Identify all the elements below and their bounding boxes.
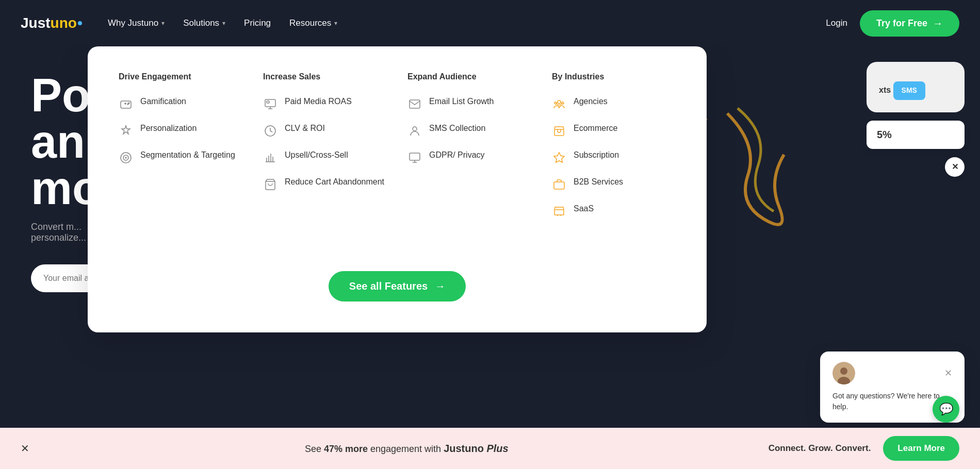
- logo-dot: [78, 21, 82, 25]
- arrow-icon: →: [933, 18, 943, 29]
- see-all-features-button[interactable]: See all Features →: [329, 271, 466, 301]
- svg-point-15: [562, 102, 564, 104]
- email-list-icon: [407, 97, 422, 111]
- saas-icon: [552, 204, 566, 219]
- dropdown-item-segmentation[interactable]: Segmentation & Targeting: [119, 149, 242, 165]
- solutions-dropdown: Drive Engagement Gamification Personaliz…: [88, 46, 707, 332]
- right-popup-card: xts SMS: [867, 62, 965, 112]
- bottom-tagline: Connect. Grow. Convert.: [769, 443, 871, 454]
- login-button[interactable]: Login: [826, 18, 847, 28]
- close-popup-button[interactable]: ✕: [945, 157, 965, 177]
- svg-rect-7: [267, 101, 269, 103]
- logo-uno: uno: [51, 15, 77, 31]
- segmentation-icon: [119, 150, 133, 165]
- svg-rect-0: [121, 101, 131, 108]
- arrow-icon: →: [435, 280, 445, 292]
- dropdown-item-paid-media[interactable]: Paid Media ROAS: [263, 96, 387, 111]
- try-free-nav-button[interactable]: Try for Free →: [860, 10, 959, 37]
- chat-close-button[interactable]: ✕: [944, 367, 952, 379]
- svg-point-14: [554, 102, 557, 104]
- dropdown-item-agencies[interactable]: Agencies: [552, 96, 676, 111]
- chevron-down-icon: ▾: [334, 20, 337, 27]
- svg-rect-10: [410, 100, 420, 108]
- dropdown-item-reduce-cart[interactable]: Reduce Cart Abandonment: [263, 176, 387, 192]
- navbar: Justuno Why Justuno ▾ Solutions ▾ Pricin…: [0, 0, 980, 46]
- see-all-features-row: See all Features →: [119, 250, 676, 301]
- close-bottom-button[interactable]: ✕: [21, 442, 29, 455]
- reduce-cart-label: Reduce Cart Abandonment: [285, 176, 384, 188]
- dropdown-item-subscription[interactable]: Subscription: [552, 149, 676, 165]
- right-popup: xts SMS 5% ✕: [867, 62, 965, 177]
- svg-marker-17: [554, 153, 564, 162]
- nav-items: Why Justuno ▾ Solutions ▾ Pricing Resour…: [108, 18, 826, 28]
- chevron-down-icon: ▾: [161, 20, 165, 27]
- svg-rect-19: [554, 210, 564, 215]
- b2b-icon: [552, 177, 566, 192]
- sms-badge: SMS: [893, 81, 925, 100]
- gdpr-icon: [407, 150, 422, 165]
- personalization-label: Personalization: [140, 123, 197, 134]
- segmentation-label: Segmentation & Targeting: [140, 149, 235, 161]
- ecommerce-icon: [552, 124, 566, 138]
- col-heading-expand-audience: Expand Audience: [407, 72, 531, 81]
- discount-badge: 5%: [867, 121, 965, 149]
- dropdown-item-sms[interactable]: SMS Collection: [407, 123, 531, 138]
- logo-just: Just: [21, 15, 51, 31]
- svg-point-1: [127, 104, 128, 105]
- svg-point-13: [558, 100, 561, 104]
- dropdown-item-b2b[interactable]: B2B Services: [552, 176, 676, 192]
- ecommerce-label: Ecommerce: [574, 123, 617, 134]
- dropdown-col-increase-sales: Increase Sales Paid Media ROAS CLV & ROI…: [263, 72, 387, 230]
- svg-point-2: [128, 103, 129, 104]
- dropdown-item-upsell[interactable]: Upsell/Cross-Sell: [263, 149, 387, 165]
- col-heading-increase-sales: Increase Sales: [263, 72, 387, 81]
- sms-collection-label: SMS Collection: [429, 123, 485, 134]
- clv-roi-icon: [263, 124, 277, 138]
- bottom-bar-text: See 47% more engagement with Justuno Plu…: [45, 443, 769, 455]
- svg-rect-18: [554, 182, 564, 189]
- bottom-bar: ✕ See 47% more engagement with Justuno P…: [0, 428, 980, 469]
- dropdown-item-email-list[interactable]: Email List Growth: [407, 96, 531, 111]
- dropdown-col-expand-audience: Expand Audience Email List Growth SMS Co…: [407, 72, 531, 230]
- nav-item-resources[interactable]: Resources ▾: [289, 18, 337, 28]
- nav-item-solutions[interactable]: Solutions ▾: [183, 18, 225, 28]
- upsell-icon: [263, 150, 277, 165]
- clv-roi-label: CLV & ROI: [285, 123, 325, 134]
- sms-collection-icon: [407, 124, 422, 138]
- chat-avatar: [832, 362, 855, 384]
- bottom-highlight: 47% more: [324, 444, 368, 454]
- agencies-label: Agencies: [574, 96, 608, 107]
- svg-point-11: [413, 127, 417, 131]
- dropdown-item-personalization[interactable]: Personalization: [119, 123, 242, 138]
- dropdown-grid: Drive Engagement Gamification Personaliz…: [119, 72, 676, 230]
- logo[interactable]: Justuno: [21, 15, 82, 31]
- avatar-image: [832, 362, 855, 384]
- svg-point-23: [840, 367, 847, 375]
- nav-item-why-justuno[interactable]: Why Justuno ▾: [108, 18, 165, 28]
- b2b-label: B2B Services: [574, 176, 623, 188]
- bottom-right: Connect. Grow. Convert. Learn More: [769, 436, 959, 461]
- col-heading-by-industries: By Industries: [552, 72, 676, 81]
- bottom-brand: Justuno Plus: [444, 443, 509, 454]
- dropdown-item-saas[interactable]: SaaS: [552, 203, 676, 219]
- agencies-icon: [552, 97, 566, 111]
- svg-point-5: [125, 157, 126, 158]
- chat-bubble-icon[interactable]: 💬: [933, 396, 959, 423]
- nav-right: Login Try for Free →: [826, 10, 959, 37]
- gdpr-label: GDPR/ Privacy: [429, 149, 485, 161]
- dropdown-item-clv-roi[interactable]: CLV & ROI: [263, 123, 387, 138]
- dropdown-item-ecommerce[interactable]: Ecommerce: [552, 123, 676, 138]
- paid-media-label: Paid Media ROAS: [285, 96, 352, 107]
- paid-media-icon: [263, 97, 277, 111]
- dropdown-item-gamification[interactable]: Gamification: [119, 96, 242, 111]
- gamification-icon: [119, 97, 133, 111]
- nav-item-pricing[interactable]: Pricing: [244, 18, 271, 28]
- dropdown-col-drive-engagement: Drive Engagement Gamification Personaliz…: [119, 72, 242, 230]
- dropdown-item-gdpr[interactable]: GDPR/ Privacy: [407, 149, 531, 165]
- learn-more-button[interactable]: Learn More: [883, 436, 959, 461]
- subscription-icon: [552, 150, 566, 165]
- subscription-label: Subscription: [574, 149, 619, 161]
- reduce-cart-icon: [263, 177, 277, 192]
- upsell-label: Upsell/Cross-Sell: [285, 149, 348, 161]
- svg-rect-12: [410, 153, 420, 160]
